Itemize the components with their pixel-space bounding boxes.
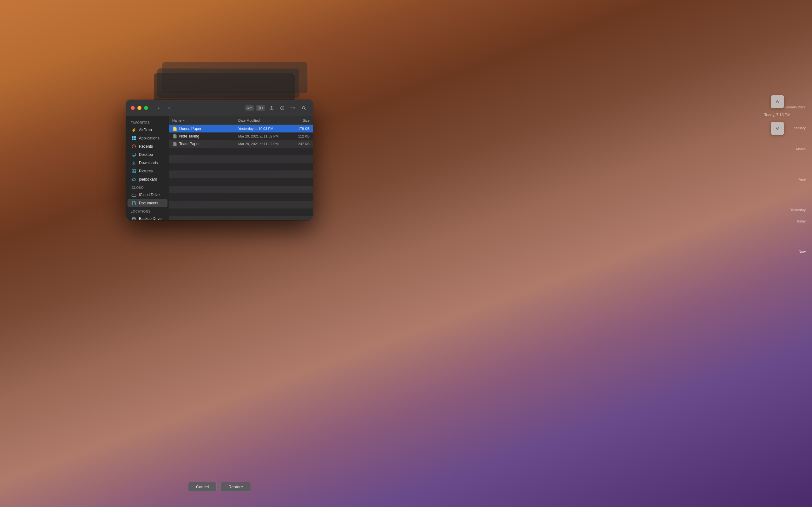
table-row-empty <box>169 163 313 170</box>
backup-drive-icon <box>131 216 136 220</box>
stacked-window-3 <box>154 73 295 101</box>
back-button[interactable]: ‹ <box>154 104 163 112</box>
sidebar-item-recents[interactable]: Recents <box>128 142 167 151</box>
icloud-header: iCloud <box>126 183 169 191</box>
file-name-cell: Note Taking <box>172 134 238 139</box>
timeline-item[interactable]: Yesterday <box>784 207 806 212</box>
column-date[interactable]: Date Modified <box>238 118 291 122</box>
file-name: Note Taking <box>179 134 199 138</box>
table-row[interactable]: Team Paper Mar 29, 2021 at 11:02 PM 247 … <box>169 140 313 148</box>
file-date: Mar 29, 2021 at 11:02 PM <box>238 134 291 138</box>
table-row-empty <box>169 148 313 155</box>
forward-button[interactable]: › <box>165 104 173 112</box>
sidebar: Favorites ⚡ AirDrop Applications Recents <box>126 116 169 220</box>
stacked-windows <box>152 62 298 100</box>
sidebar-item-desktop[interactable]: Desktop <box>128 151 167 159</box>
view-list-picker[interactable]: ≡ ▾ <box>245 105 254 111</box>
timeline-item[interactable]: Today <box>784 219 806 224</box>
locations-header: Locations <box>126 207 169 215</box>
table-row[interactable]: Note Taking Mar 29, 2021 at 11:02 PM 112… <box>169 132 313 140</box>
dialog-buttons: Cancel Restore <box>126 482 313 492</box>
file-size: 179 KB <box>291 127 310 130</box>
downloads-label: Downloads <box>139 161 158 165</box>
file-name: Dunes Paper <box>179 126 201 131</box>
minimize-button[interactable] <box>137 106 142 110</box>
sidebar-item-downloads[interactable]: Downloads <box>128 159 167 167</box>
cancel-button[interactable]: Cancel <box>188 482 217 492</box>
table-row-empty <box>169 170 313 178</box>
pictures-icon <box>131 169 136 174</box>
svg-point-11 <box>132 217 136 219</box>
timeline-item[interactable]: April <box>784 177 806 182</box>
time-machine-up-button[interactable] <box>771 95 784 108</box>
sidebar-item-icloud-drive[interactable]: iCloud Drive <box>128 191 167 199</box>
svg-rect-8 <box>132 153 136 156</box>
timeline-item-now[interactable]: Now <box>784 249 806 254</box>
file-rows: Dunes Paper Yesterday at 10:03 PM 179 KB… <box>169 125 313 220</box>
grid-view-icon: ⊞ <box>258 106 261 110</box>
svg-rect-3 <box>132 136 134 138</box>
pictures-label: Pictures <box>139 169 153 173</box>
table-row-empty <box>169 201 313 209</box>
share-button[interactable] <box>267 104 276 112</box>
column-name[interactable]: Name ▼ <box>172 118 238 122</box>
finder-dialog: ‹ › ≡ ▾ ⊞ ▾ <box>126 100 313 220</box>
desktop-label: Desktop <box>139 153 153 157</box>
tag-button[interactable] <box>278 104 287 112</box>
action-button[interactable]: ••• ▾ <box>289 104 298 112</box>
backup-drive-label: Backup Drive <box>139 216 161 220</box>
table-row-empty <box>169 193 313 201</box>
table-row[interactable]: Dunes Paper Yesterday at 10:03 PM 179 KB <box>169 125 313 132</box>
finder-content: Favorites ⚡ AirDrop Applications Recents <box>126 116 313 220</box>
view-chevron: ▾ <box>250 106 252 110</box>
search-button[interactable] <box>299 104 308 112</box>
grid-chevron: ▾ <box>262 106 263 110</box>
title-bar: ‹ › ≡ ▾ ⊞ ▾ <box>126 100 313 116</box>
home-icon <box>131 177 136 182</box>
file-name-cell: Team Paper <box>172 141 238 147</box>
table-row-empty <box>169 216 313 220</box>
desktop-icon <box>131 152 136 157</box>
applications-icon <box>131 135 136 141</box>
file-icon <box>172 141 177 147</box>
recents-label: Recents <box>139 144 153 149</box>
file-list-header: Name ▼ Date Modified Size <box>169 116 313 125</box>
sidebar-item-airdrop[interactable]: ⚡ AirDrop <box>128 126 167 134</box>
file-icon <box>172 134 177 139</box>
sidebar-item-backup-drive[interactable]: Backup Drive <box>128 215 167 220</box>
table-row-empty <box>169 186 313 193</box>
file-list: Name ▼ Date Modified Size Dunes Paper Ye <box>169 116 313 220</box>
timeline-item[interactable]: March <box>784 147 806 152</box>
sidebar-item-documents[interactable]: Documents <box>128 199 167 207</box>
applications-label: Applications <box>139 136 159 140</box>
favorites-header: Favorites <box>126 118 169 126</box>
joellockard-label: joellockard <box>139 177 157 181</box>
timeline-item[interactable]: February <box>784 125 806 130</box>
action-chevron-icon: ▾ <box>294 107 296 110</box>
toolbar-actions: ≡ ▾ ⊞ ▾ <box>245 104 308 112</box>
file-size: 247 KB <box>291 142 310 146</box>
view-grid-picker[interactable]: ⊞ ▾ <box>256 105 265 111</box>
sidebar-item-applications[interactable]: Applications <box>128 134 167 142</box>
sidebar-item-pictures[interactable]: Pictures <box>128 167 167 175</box>
table-row-empty <box>169 209 313 216</box>
file-size: 112 KB <box>291 134 310 138</box>
file-name-cell: Dunes Paper <box>172 126 238 131</box>
recents-icon <box>131 144 136 149</box>
airdrop-icon: ⚡ <box>131 127 136 132</box>
traffic-lights <box>131 106 148 110</box>
sidebar-item-joellockard[interactable]: joellockard <box>128 175 167 183</box>
time-machine-down-button[interactable] <box>771 122 784 135</box>
timeline: January 2021 February March April Yester… <box>784 63 806 254</box>
timeline-item[interactable]: January 2021 <box>784 105 806 110</box>
sort-indicator: ▼ <box>183 119 185 122</box>
airdrop-label: AirDrop <box>139 128 152 132</box>
svg-rect-6 <box>134 138 136 140</box>
restore-button[interactable]: Restore <box>220 482 251 492</box>
maximize-button[interactable] <box>144 106 148 110</box>
desktop-background <box>0 0 812 507</box>
svg-rect-4 <box>134 136 136 138</box>
documents-label: Documents <box>139 201 158 205</box>
column-size[interactable]: Size <box>291 118 310 122</box>
close-button[interactable] <box>131 106 135 110</box>
